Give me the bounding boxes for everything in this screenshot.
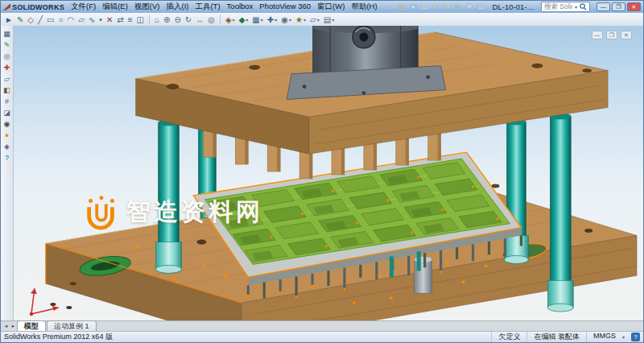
study-tab[interactable]: 模型	[17, 320, 46, 331]
menubar: 文件(F)编辑(E)视图(V)插入(I)工具(T)ToolboxPhotoVie…	[68, 2, 381, 12]
toolbar-icon[interactable]: ✱	[464, 2, 475, 12]
left-tool-icon[interactable]: ●	[5, 131, 9, 139]
sketch-tool-icon[interactable]: ⇄	[115, 14, 125, 25]
help-search[interactable]: 搜索 SolidWorks 帮助 ▾	[541, 2, 590, 12]
menu-item[interactable]: 文件(F)	[68, 2, 99, 12]
left-tool-icon[interactable]: ▱	[4, 75, 10, 83]
left-tool-icon[interactable]: ◈	[4, 143, 10, 151]
tab-group: 模型运动算例 1	[17, 320, 97, 331]
sketch-tool-icon[interactable]: ∿	[87, 14, 97, 25]
assembly-tool-icon[interactable]: ★ ▾	[294, 14, 308, 25]
toolbar-icon[interactable]: ◳	[397, 2, 407, 12]
toolbar-icon[interactable]: □	[386, 2, 396, 12]
chevron-down-icon[interactable]: ▾	[233, 17, 235, 23]
status-items: 欠定义在编辑 装配体MMGS	[491, 332, 622, 342]
chevron-down-icon[interactable]: ▾	[317, 17, 320, 23]
menu-item[interactable]: Toolbox	[224, 2, 257, 12]
assembly-tool-icon[interactable]: ▤ ▾	[322, 14, 336, 25]
toolbar-icon[interactable]: ↻	[453, 2, 464, 12]
menu-item[interactable]: 编辑(E)	[99, 2, 131, 12]
assembly-tool-glyph: ★	[295, 15, 303, 24]
view-tool-icon[interactable]: ↔	[194, 14, 205, 25]
assembly-tool-icon[interactable]: ✚ ▾	[266, 14, 279, 25]
magnifier-icon[interactable]	[580, 3, 587, 10]
sketch-tool-icon[interactable]: ◠	[66, 14, 76, 25]
window-control-button[interactable]: —	[597, 2, 610, 11]
menu-item[interactable]: 视图(V)	[131, 2, 163, 12]
chevron-down-icon[interactable]: ▾	[332, 17, 334, 23]
left-tool-icon[interactable]: ◎	[4, 52, 10, 60]
tab-scroll-button[interactable]: ◂	[2, 321, 10, 331]
toolbar-icon[interactable]: ▤	[419, 2, 430, 12]
graphics-area[interactable]: 智造资料网 —❐✕	[14, 26, 643, 320]
sketch-tool-icon[interactable]: ▭	[45, 14, 56, 25]
toolbar-icon[interactable]: ↷	[442, 2, 452, 12]
sketch-tool-icon[interactable]: ►	[3, 14, 14, 25]
sketch-tool-icon[interactable]: ≡	[126, 14, 134, 25]
chevron-down-icon[interactable]: ▾	[575, 4, 577, 10]
left-tool-icon[interactable]: ◧	[3, 86, 10, 94]
menu-item[interactable]: 工具(T)	[192, 2, 223, 12]
toolbar-icon[interactable]: ▦	[476, 2, 486, 12]
document-window-controls: —❐✕	[592, 31, 632, 39]
menu-item[interactable]: PhotoView 360	[256, 2, 314, 12]
chevron-down-icon[interactable]: ▾	[246, 17, 248, 23]
sketch-tool-icon[interactable]: ✕	[105, 14, 114, 25]
sketch-tool-icon[interactable]: ▱	[76, 14, 86, 25]
titlebar-toolbar: □◳▣▤↶↷↻✱▦	[386, 2, 486, 12]
left-tool-icon[interactable]: ?	[5, 154, 9, 162]
assembly-tool-icon[interactable]: ▦ ▾	[250, 14, 264, 25]
toolbar-icon[interactable]: ▣	[408, 2, 419, 12]
view-tool-icon[interactable]: ◎	[206, 14, 217, 25]
app-version-text: SolidWorks Premium 2012 x64 版	[4, 332, 113, 342]
sketch-tool-icon[interactable]: ╱	[36, 14, 44, 25]
sketch-tool-icon[interactable]: ◫	[135, 14, 146, 25]
status-item: 欠定义	[491, 332, 526, 342]
left-tool-icon[interactable]: ◪	[3, 109, 10, 117]
window-control-glyph: ✕	[628, 3, 640, 10]
menu-item[interactable]: 窗口(W)	[314, 2, 348, 12]
3d-scene[interactable]	[14, 26, 643, 320]
sketch-tool-icon[interactable]: ○	[56, 14, 64, 25]
left-tool-icon[interactable]: ▦	[3, 30, 10, 38]
titlebar: SOLIDWORKS 文件(F)编辑(E)视图(V)插入(I)工具(T)Tool…	[1, 1, 643, 13]
chevron-down-icon[interactable]: ▾	[289, 17, 291, 23]
study-tab[interactable]: 运动算例 1	[47, 320, 97, 331]
view-tool-icon[interactable]: ⊕	[162, 14, 171, 25]
window-control-button[interactable]: ❐	[612, 2, 625, 11]
assembly-tool-glyph: ◈	[225, 15, 232, 24]
sketch-tool-icon[interactable]: •	[97, 14, 104, 25]
document-window-button[interactable]: ✕	[621, 31, 632, 39]
menu-item[interactable]: 插入(I)	[163, 2, 192, 12]
toolbar-icon[interactable]: ↶	[431, 2, 441, 12]
chevron-down-icon[interactable]: ▾	[622, 334, 625, 340]
assembly-tool-icon[interactable]: ◉ ▾	[279, 14, 293, 25]
left-tool-icon[interactable]: ✚	[4, 64, 10, 72]
guide-pillar-front-right[interactable]	[547, 113, 573, 312]
document-window-button[interactable]: —	[592, 31, 603, 39]
chevron-down-icon[interactable]: ▾	[261, 17, 263, 23]
search-input[interactable]: 搜索 SolidWorks 帮助	[544, 2, 572, 12]
quick-tips-icon[interactable]: ?	[631, 333, 640, 341]
assembly-tool-icon[interactable]: ▱ ▾	[308, 14, 321, 25]
window-control-button[interactable]: ✕	[627, 2, 641, 11]
assembly-tool-icon[interactable]: ◆ ▾	[237, 14, 250, 25]
guide-pillar-rear-right[interactable]	[504, 118, 528, 263]
view-tool-icon[interactable]: ⌂	[153, 14, 161, 25]
sketch-tool-icon[interactable]: ✎	[15, 14, 25, 25]
sketch-toolbar: ►✎◇╱▭○◠▱∿•✕⇄≡◫ ⌂⊕⊖↻↔◎ ◈ ▾ ◆ ▾ ▦ ▾ ✚ ▾ ◉ …	[1, 13, 643, 27]
menu-item[interactable]: 帮助(H)	[348, 2, 380, 12]
view-tool-icon[interactable]: ↻	[184, 14, 193, 25]
left-tool-icon[interactable]: ✎	[4, 41, 10, 49]
assembly-tool-icon[interactable]: ◈ ▾	[224, 14, 237, 25]
left-tool-icon[interactable]: #	[5, 97, 9, 105]
chevron-down-icon[interactable]: ▾	[303, 17, 306, 23]
chevron-down-icon[interactable]: ▾	[275, 17, 277, 23]
assembly-tool-glyph: ◆	[239, 15, 246, 24]
sketch-tool-icon[interactable]: ◇	[26, 14, 35, 25]
tab-scroll-button[interactable]: ▸	[10, 321, 17, 331]
view-tool-icon[interactable]: ⊖	[172, 14, 182, 25]
left-tool-icon[interactable]: ◉	[4, 120, 10, 128]
document-window-button[interactable]: ❐	[606, 31, 617, 39]
guide-pillar-front-left[interactable]	[156, 119, 182, 273]
